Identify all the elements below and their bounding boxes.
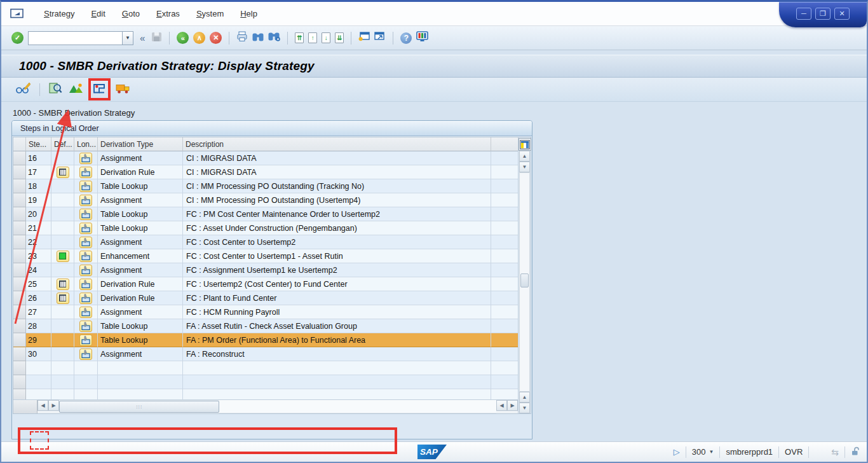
cell-step-number[interactable]: 22 [26,235,51,249]
cell-step-number[interactable]: 28 [26,319,51,333]
cell-derivation-type[interactable]: Table Lookup [98,319,183,333]
cell-step-number[interactable]: 18 [26,179,51,193]
cell-description[interactable]: FC : Cost Center to Usertemp1 - Asset Ru… [183,249,491,263]
derivation-rule-values-icon[interactable] [57,293,69,304]
row-selector[interactable] [13,277,26,291]
maintain-step-button-icon[interactable] [79,209,92,220]
input-mode-indicator[interactable]: OVR [785,447,803,457]
cell-step-number[interactable]: 20 [26,207,51,221]
cell-derivation-type[interactable]: Assignment [98,305,183,319]
maintain-step-button-icon[interactable] [79,293,92,304]
cell-step-number[interactable]: 24 [26,263,51,277]
command-input[interactable] [28,31,122,45]
derivation-rule-values-icon[interactable] [57,167,69,178]
horizontal-scroll-track[interactable] [219,400,496,413]
row-selector[interactable] [13,207,26,221]
cell-description[interactable]: FC : Asset Under Construction (Pengemban… [183,221,491,235]
enhancement-active-icon[interactable] [57,251,69,262]
scroll-left-icon[interactable]: ◀ [37,400,48,411]
customize-layout-icon[interactable] [416,31,429,45]
cell-step-number[interactable]: 26 [26,291,51,305]
vertical-scroll-thumb[interactable] [520,273,529,287]
header-definition[interactable]: Def... [51,137,74,151]
cell-derivation-type[interactable]: Table Lookup [98,221,183,235]
exit-icon[interactable]: ∧ [193,32,205,44]
cell-step-number[interactable]: 30 [26,347,51,361]
cell-description[interactable] [183,389,491,399]
cell-description[interactable]: FC : PM Cost Center Maintenance Order to… [183,207,491,221]
cell-derivation-type[interactable]: Derivation Rule [98,165,183,179]
simulate-icon[interactable] [93,82,106,97]
cell-step-number[interactable]: 21 [26,221,51,235]
cell-step-number[interactable] [26,361,51,375]
display-change-icon[interactable] [15,82,31,97]
cell-step-number[interactable]: 16 [26,151,51,165]
transport-icon[interactable] [116,83,130,97]
cell-derivation-type[interactable] [98,361,183,375]
find-icon[interactable] [252,32,264,44]
menu-strategy[interactable]: Strategy [36,6,83,21]
cell-description[interactable]: FC : Cost Center to Usertemp2 [183,235,491,249]
cell-derivation-type[interactable]: Enhancement [98,249,183,263]
row-selector[interactable] [13,221,26,235]
header-long-text[interactable]: Lon... [74,137,98,151]
cell-derivation-type[interactable]: Derivation Rule [98,291,183,305]
cell-description[interactable]: CI : MIGRASI DATA [183,165,491,179]
new-session-icon[interactable] [358,32,370,44]
back-icon[interactable]: « [177,32,189,44]
cell-derivation-type[interactable]: Assignment [98,151,183,165]
row-selector[interactable] [13,193,26,207]
cell-step-number[interactable] [26,375,51,389]
scroll-right-icon[interactable]: ▶ [507,400,518,411]
scroll-up-icon[interactable]: ▲ [519,151,530,162]
system-menu-icon[interactable] [10,8,24,19]
save-icon[interactable] [151,32,162,45]
table-settings-icon[interactable] [519,138,531,151]
header-description[interactable]: Description [183,137,491,151]
row-selector[interactable] [13,361,26,375]
maintain-step-button-icon[interactable] [79,223,92,234]
cell-description[interactable]: FC : HCM Running Payroll [183,305,491,319]
cell-step-number[interactable]: 17 [26,165,51,179]
find-next-icon[interactable] [268,32,280,44]
scroll-down-icon[interactable]: ▼ [519,162,530,172]
cell-step-number[interactable]: 19 [26,193,51,207]
maintain-step-button-icon[interactable] [79,307,92,318]
cell-description[interactable]: FC : Usertemp2 (Cost Center) to Fund Cen… [183,277,491,291]
cell-description[interactable]: FC : Plant to Fund Center [183,291,491,305]
row-selector[interactable] [13,263,26,277]
print-icon[interactable] [236,31,248,45]
derivation-rule-values-icon[interactable] [57,279,69,290]
vertical-scroll-track[interactable] [519,172,530,392]
status-message-icon[interactable]: ▷ [674,447,680,457]
header-step[interactable]: Ste... [26,137,51,151]
maintain-step-button-icon[interactable] [79,167,92,178]
cell-description[interactable] [183,361,491,375]
cell-derivation-type[interactable]: Table Lookup [98,333,183,347]
help-icon[interactable]: ? [400,32,412,44]
row-selector[interactable] [13,347,26,361]
menu-system[interactable]: System [188,6,232,21]
row-selector[interactable] [13,333,26,347]
cell-step-number[interactable]: 29 [26,333,51,347]
collapse-toolbar-icon[interactable]: « [138,32,147,43]
maintain-step-button-icon[interactable] [79,251,92,262]
cell-derivation-type[interactable]: Assignment [98,263,183,277]
row-selector[interactable] [13,179,26,193]
cell-derivation-type[interactable] [98,375,183,389]
cell-step-number[interactable]: 25 [26,277,51,291]
security-lock-icon[interactable] [851,446,860,458]
maintain-step-button-icon[interactable] [79,279,92,290]
cell-derivation-type[interactable]: Assignment [98,193,183,207]
cell-derivation-type[interactable] [98,389,183,399]
cell-description[interactable]: FA : PM Order (Functional Area) to Funct… [183,333,491,347]
header-selector-cell[interactable] [13,137,26,151]
create-shortcut-icon[interactable] [374,32,386,44]
menu-edit[interactable]: Edit [83,6,113,21]
command-dropdown-icon[interactable]: ▼ [122,31,133,45]
scroll-down-icon[interactable]: ▼ [519,403,530,413]
menu-goto[interactable]: Goto [114,6,148,21]
cell-description[interactable]: FC : Assignment Usertemp1 ke Usertemp2 [183,263,491,277]
row-selector[interactable] [13,389,26,399]
cell-step-number[interactable]: 23 [26,249,51,263]
